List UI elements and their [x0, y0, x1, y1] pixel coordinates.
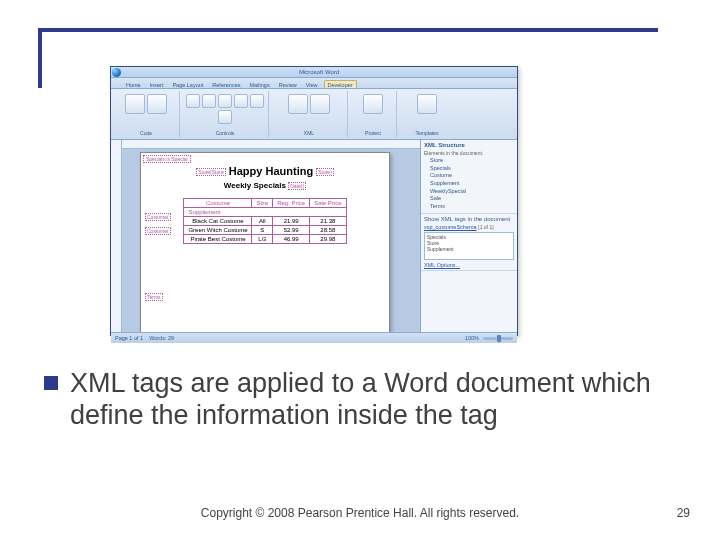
window-title: Microsoft Word: [121, 69, 517, 75]
visual-basic-icon[interactable]: [125, 94, 145, 114]
cell: 21.38: [310, 217, 346, 226]
cell: 29.98: [310, 235, 346, 244]
doc-subtitle: Weekly Specials: [224, 181, 286, 190]
control-icon[interactable]: [218, 110, 232, 124]
ribbon-group-code: Code: [113, 91, 180, 137]
copyright: Copyright © 2008 Pearson Prentice Hall. …: [0, 506, 720, 520]
status-zoom[interactable]: 100%: [465, 335, 479, 341]
control-icon[interactable]: [186, 94, 200, 108]
office-orb-icon[interactable]: [112, 68, 121, 77]
tab-insert[interactable]: Insert: [147, 81, 167, 88]
cell: 21.99: [273, 217, 310, 226]
pane-elements-box[interactable]: Specials Store Supplement: [424, 232, 514, 260]
cell: Green Witch Costume: [184, 226, 252, 235]
page-number: 29: [677, 506, 690, 520]
document-area[interactable]: Specials is Special Store(Store Happy Ha…: [122, 140, 420, 332]
xml-tag-terms: Terms: [145, 293, 163, 301]
tab-page-layout[interactable]: Page Layout: [169, 81, 206, 88]
ribbon-group-label: Templates: [416, 130, 439, 136]
ribbon-group-label: Protect: [365, 130, 381, 136]
table-sub: Supplement: [184, 208, 346, 217]
tab-view[interactable]: View: [303, 81, 321, 88]
control-icon[interactable]: [250, 94, 264, 108]
table-header: Sale Price: [310, 199, 346, 208]
cell: All: [252, 217, 273, 226]
control-icon[interactable]: [234, 94, 248, 108]
zoom-slider[interactable]: [483, 337, 513, 340]
pane-checkbox-label[interactable]: Show XML tags in the document: [424, 216, 514, 222]
pane-box-item[interactable]: Supplement: [427, 246, 511, 252]
bullet-icon: [44, 376, 58, 390]
xml-tag-store-open: Store(Store: [196, 168, 226, 176]
table-header: Costume: [184, 199, 252, 208]
accent-bar-vertical: [38, 28, 42, 88]
pane-element[interactable]: Terms: [424, 203, 514, 211]
pane-title: XML Structure: [424, 142, 514, 148]
xml-tag-store-close: Store): [316, 168, 334, 176]
ribbon-tabstrip: Home Insert Page Layout References Maili…: [111, 78, 517, 89]
page: Specials is Special Store(Store Happy Ha…: [140, 152, 390, 332]
control-icon[interactable]: [202, 94, 216, 108]
bullet-block: XML tags are applied to a Word document …: [44, 368, 674, 432]
cell: LG: [252, 235, 273, 244]
vertical-ruler: [111, 140, 122, 332]
doc-title: Happy Haunting: [229, 165, 313, 177]
ribbon-group-label: XML: [304, 130, 314, 136]
workspace: Specials is Special Store(Store Happy Ha…: [111, 140, 517, 332]
pane-element[interactable]: Supplement: [424, 180, 514, 188]
cell: Black Cat Costume: [184, 217, 252, 226]
doc-subtitle-line: Weekly Specials Date(): [141, 181, 389, 190]
pane-schema-link[interactable]: xsp_costumeSchema: [424, 224, 477, 230]
pane-element[interactable]: Costume: [424, 172, 514, 180]
schema-icon[interactable]: [310, 94, 330, 114]
titlebar: Microsoft Word: [111, 67, 517, 78]
table-header-row: Costume Size Reg. Price Sale Price: [184, 199, 346, 208]
cell: S: [252, 226, 273, 235]
cell: 52.99: [273, 226, 310, 235]
word-screenshot: Microsoft Word Home Insert Page Layout R…: [110, 66, 518, 336]
tab-home[interactable]: Home: [123, 81, 144, 88]
xml-options-link[interactable]: XML Options...: [424, 262, 514, 268]
macros-icon[interactable]: [147, 94, 167, 114]
ribbon-group-controls: Controls: [182, 91, 269, 137]
control-icon[interactable]: [218, 94, 232, 108]
tab-mailings[interactable]: Mailings: [246, 81, 272, 88]
structure-icon[interactable]: [288, 94, 308, 114]
horizontal-ruler: [122, 140, 420, 149]
table-header: Size: [252, 199, 273, 208]
doc-title-line: Store(Store Happy Haunting Store): [141, 165, 389, 177]
xml-tag-costume: Costume(: [145, 213, 171, 221]
ribbon: Code Controls XML Protect: [111, 89, 517, 140]
ribbon-group-label: Code: [140, 130, 152, 136]
cell: 46.99: [273, 235, 310, 244]
table-row: Pirate Best Costume LG 46.99 29.98: [184, 235, 346, 244]
doc-table: Costume Size Reg. Price Sale Price Suppl…: [183, 198, 346, 244]
ribbon-group-templates: Templates: [399, 91, 455, 137]
ribbon-group-xml: XML: [271, 91, 348, 137]
tab-developer[interactable]: Developer: [324, 80, 357, 88]
table-header: Reg. Price: [273, 199, 310, 208]
tab-review[interactable]: Review: [276, 81, 300, 88]
pane-element[interactable]: Store: [424, 157, 514, 165]
xml-tag-costume: Costume(: [145, 227, 171, 235]
pane-element[interactable]: WeeklySpecial: [424, 188, 514, 196]
protect-icon[interactable]: [363, 94, 383, 114]
xml-tag-page: Specials is Special: [143, 155, 191, 163]
template-icon[interactable]: [417, 94, 437, 114]
accent-bar-horizontal: [38, 28, 658, 32]
cell: Pirate Best Costume: [184, 235, 252, 244]
pane-element[interactable]: Sale: [424, 195, 514, 203]
ribbon-group-protect: Protect: [350, 91, 397, 137]
table-row: Black Cat Costume All 21.99 21.38: [184, 217, 346, 226]
xml-tag-date: Date(): [288, 182, 306, 190]
pane-count: [1 of 1]: [478, 224, 493, 230]
pane-subtitle: Elements in the document:: [424, 150, 514, 157]
zoom-thumb[interactable]: [497, 335, 501, 342]
status-words: Words: 29: [149, 335, 174, 341]
status-page: Page 1 of 1: [115, 335, 143, 341]
table-row: Green Witch Costume S 52.99 28.58: [184, 226, 346, 235]
xml-structure-pane: XML Structure Elements in the document: …: [420, 140, 517, 332]
bullet-text: XML tags are applied to a Word document …: [70, 368, 674, 432]
pane-element[interactable]: Specials: [424, 165, 514, 173]
tab-references[interactable]: References: [209, 81, 243, 88]
